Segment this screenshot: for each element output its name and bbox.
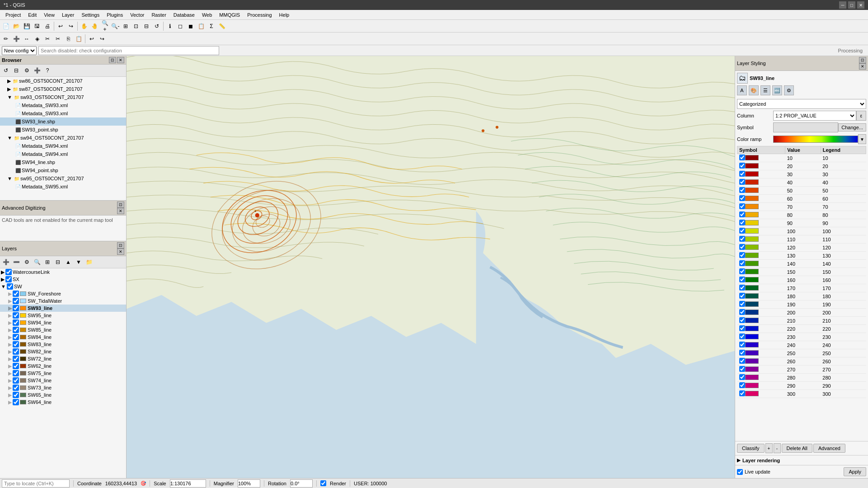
classify-row-8[interactable]: 9090 <box>737 219 866 227</box>
browser-item-8[interactable]: 📄Metadata_SW94.xml <box>0 142 126 150</box>
layer-item-0[interactable]: ▶WatercourseLink <box>0 268 126 276</box>
menu-item-help[interactable]: Help <box>276 11 293 19</box>
cut-features-button[interactable]: ✂ <box>53 34 63 44</box>
live-update-checkbox[interactable] <box>737 469 743 475</box>
minimize-button[interactable]: ─ <box>839 1 846 9</box>
classify-check-5[interactable] <box>739 195 745 201</box>
layers-float-button[interactable]: ⊡ <box>117 242 124 249</box>
adv-dig-close-button[interactable]: ✕ <box>117 208 124 214</box>
remove-layer-button[interactable]: ➖ <box>11 257 21 267</box>
layer-redo-button[interactable]: ↪ <box>97 34 107 44</box>
browser-collapse-button[interactable]: ⊟ <box>11 66 21 75</box>
classify-row-7[interactable]: 8080 <box>737 211 866 219</box>
move-down-button[interactable]: ▼ <box>74 257 84 267</box>
layer-check-8[interactable] <box>13 327 19 333</box>
browser-item-7[interactable]: ▼📁sw94_OST50CONT_201707 <box>0 134 126 142</box>
browser-panel-controls[interactable]: ⊡ ✕ <box>109 57 124 63</box>
zoom-layer-button[interactable]: ⊡ <box>131 21 141 31</box>
layer-check-3[interactable] <box>13 291 19 297</box>
layer-check-5[interactable] <box>13 305 19 311</box>
browser-item-2[interactable]: ▼📁sw93_OST50CONT_201707 <box>0 93 126 101</box>
open-table-button[interactable]: 📋 <box>196 21 206 31</box>
zoom-selection-button[interactable]: ⊟ <box>141 21 151 31</box>
classify-row-14[interactable]: 150150 <box>737 268 866 276</box>
new-project-button[interactable]: 📄 <box>1 21 11 31</box>
classify-row-3[interactable]: 4040 <box>737 178 866 187</box>
layers-content[interactable]: ▶WatercourseLink▶SX▼SW▶SW_Foreshore▶SW_T… <box>0 268 126 478</box>
layer-item-5[interactable]: ▶SW93_line <box>0 305 126 312</box>
magnifier-input[interactable] <box>238 479 260 488</box>
classify-check-22[interactable] <box>739 333 745 339</box>
layer-item-16[interactable]: ▶SW73_line <box>0 384 126 391</box>
classify-check-11[interactable] <box>739 244 745 250</box>
classify-row-4[interactable]: 5050 <box>737 187 866 195</box>
classify-check-24[interactable] <box>739 350 745 356</box>
browser-item-5[interactable]: ⬛SW93_line.shp <box>0 117 126 126</box>
classify-row-29[interactable]: 300300 <box>737 390 866 398</box>
print-button[interactable]: 🖨 <box>42 21 52 31</box>
classify-row-5[interactable]: 6060 <box>737 195 866 203</box>
classify-check-26[interactable] <box>739 366 745 372</box>
locate-input-wrapper[interactable] <box>2 479 70 488</box>
add-layer-button[interactable]: ➕ <box>1 257 11 267</box>
expand-all-button[interactable]: ⊞ <box>42 257 52 267</box>
browser-item-13[interactable]: 📄Metadata_SW95.xml <box>0 183 126 191</box>
style-type-select[interactable]: Categorized <box>737 99 866 109</box>
zoom-out-button[interactable]: 🔍- <box>110 21 120 31</box>
menu-item-database[interactable]: Database <box>170 11 198 19</box>
deselect-button[interactable]: ◼ <box>186 21 196 31</box>
menu-item-view[interactable]: View <box>40 11 58 19</box>
classify-row-24[interactable]: 250250 <box>737 349 866 357</box>
open-project-button[interactable]: 📂 <box>11 21 21 31</box>
layer-item-4[interactable]: ▶SW_TidalWater <box>0 297 126 305</box>
paste-features-button[interactable]: 📋 <box>74 34 84 44</box>
advanced-button[interactable]: Advanced <box>813 444 845 453</box>
classify-row-10[interactable]: 110110 <box>737 235 866 244</box>
menu-item-layer[interactable]: Layer <box>58 11 78 19</box>
classify-row-23[interactable]: 240240 <box>737 341 866 349</box>
classify-row-12[interactable]: 130130 <box>737 252 866 260</box>
browser-item-10[interactable]: ⬛SW94_line.shp <box>0 158 126 166</box>
column-select[interactable]: 1:2 PROP_VALUE <box>773 111 856 121</box>
apply-button[interactable]: Apply <box>844 467 866 476</box>
layer-check-2[interactable] <box>7 283 13 290</box>
classify-row-25[interactable]: 260260 <box>737 357 866 366</box>
layer-item-1[interactable]: ▶SX <box>0 276 126 283</box>
classify-row-1[interactable]: 2020 <box>737 162 866 170</box>
classify-check-28[interactable] <box>739 382 745 388</box>
browser-item-12[interactable]: ▼📁sw95_OST50CONT_201707 <box>0 174 126 183</box>
classify-row-15[interactable]: 160160 <box>737 276 866 284</box>
window-controls[interactable]: ─ □ ✕ <box>839 1 864 9</box>
classify-row-22[interactable]: 230230 <box>737 333 866 341</box>
classify-check-4[interactable] <box>739 187 745 193</box>
browser-refresh-button[interactable]: ↺ <box>1 66 11 75</box>
classify-check-13[interactable] <box>739 260 745 266</box>
styling-close-button[interactable]: ✕ <box>859 63 866 70</box>
symbol-change-button[interactable]: Change... <box>838 123 866 131</box>
rotation-input[interactable] <box>290 479 313 488</box>
classify-check-23[interactable] <box>739 342 745 347</box>
add-feature-button[interactable]: ➕ <box>11 34 21 44</box>
menu-item-processing[interactable]: Processing <box>244 11 275 19</box>
browser-item-1[interactable]: ▶📁sw87_OST50CONT_201707 <box>0 85 126 93</box>
column-edit-button[interactable]: ε <box>856 111 866 121</box>
classify-check-3[interactable] <box>739 179 745 185</box>
save-as-button[interactable]: 🖫 <box>32 21 42 31</box>
browser-float-button[interactable]: ⊡ <box>109 57 116 63</box>
layer-check-10[interactable] <box>13 341 19 347</box>
classify-row-28[interactable]: 290290 <box>737 382 866 390</box>
close-button[interactable]: ✕ <box>857 1 864 9</box>
measure-button[interactable]: 📏 <box>217 21 227 31</box>
classify-check-17[interactable] <box>739 293 745 299</box>
classify-row-0[interactable]: 1010 <box>737 154 866 162</box>
menu-item-plugins[interactable]: Plugins <box>103 11 127 19</box>
layer-item-2[interactable]: ▼SW <box>0 283 126 290</box>
classify-check-19[interactable] <box>739 309 745 315</box>
classify-row-11[interactable]: 120120 <box>737 244 866 252</box>
layer-check-12[interactable] <box>13 356 19 362</box>
browser-item-4[interactable]: 📄Metadata_SW93.xml <box>0 109 126 117</box>
redo-button[interactable]: ↪ <box>66 21 76 31</box>
classify-row-26[interactable]: 270270 <box>737 366 866 374</box>
layer-check-15[interactable] <box>13 377 19 384</box>
browser-close-button[interactable]: ✕ <box>117 57 124 63</box>
